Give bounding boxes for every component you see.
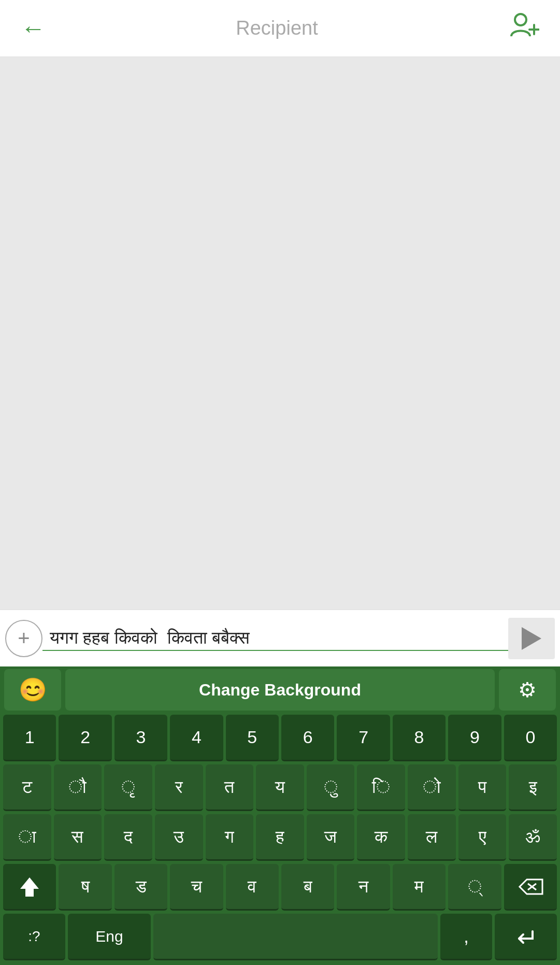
key-om[interactable]: ॐ	[509, 814, 557, 861]
key-sa[interactable]: स	[54, 814, 102, 861]
keyboard-topbar: 😊 Change Background ⚙	[0, 666, 560, 713]
key-4[interactable]: 4	[170, 715, 223, 761]
message-input[interactable]	[42, 626, 508, 651]
key-cha[interactable]: च	[170, 864, 223, 911]
key-ga[interactable]: ग	[206, 814, 254, 861]
key-da2[interactable]: ड	[114, 864, 167, 911]
key-au[interactable]: ौ	[54, 764, 102, 811]
input-row: +	[0, 609, 560, 666]
chat-area	[0, 57, 560, 609]
emoji-button[interactable]: 😊	[4, 669, 61, 711]
back-button[interactable]: ←	[21, 14, 46, 42]
number-row: 1 2 3 4 5 6 7 8 9 0	[0, 713, 560, 763]
key-7[interactable]: 7	[337, 715, 390, 761]
change-background-button[interactable]: Change Background	[65, 669, 495, 711]
sym-button[interactable]: :?	[3, 914, 65, 960]
key-ra[interactable]: र	[155, 764, 203, 811]
eng-button[interactable]: Eng	[68, 914, 151, 960]
key-1[interactable]: 1	[3, 715, 56, 761]
key-na[interactable]: न	[337, 864, 390, 911]
space-button[interactable]	[153, 914, 438, 960]
send-button[interactable]	[508, 618, 555, 659]
key-2[interactable]: 2	[59, 715, 111, 761]
key-e[interactable]: इ	[509, 764, 557, 811]
svg-marker-3	[20, 877, 39, 896]
keyboard: 😊 Change Background ⚙ 1 2 3 4 5 6 7 8 9 …	[0, 666, 560, 965]
enter-icon	[514, 927, 538, 946]
key-o[interactable]: ो	[408, 764, 456, 811]
key-ta2[interactable]: त	[206, 764, 254, 811]
send-icon	[522, 627, 541, 650]
key-ae[interactable]: ए	[458, 814, 507, 861]
key-va[interactable]: व	[226, 864, 279, 911]
header: ← Recipient	[0, 0, 560, 57]
enter-button[interactable]	[495, 914, 557, 960]
key-pa[interactable]: प	[458, 764, 507, 811]
key-ya[interactable]: य	[256, 764, 304, 811]
key-5[interactable]: 5	[226, 715, 279, 761]
backspace-button[interactable]	[504, 864, 557, 911]
key-ja[interactable]: ज	[307, 814, 355, 861]
shift-icon	[18, 875, 41, 898]
settings-icon: ⚙	[518, 678, 537, 702]
key-0[interactable]: 0	[504, 715, 557, 761]
key-sha[interactable]: ष	[59, 864, 111, 911]
key-la[interactable]: ल	[408, 814, 456, 861]
key-ha[interactable]: ह	[256, 814, 304, 861]
comma-button[interactable]: ,	[440, 914, 492, 960]
shift-button[interactable]	[3, 864, 56, 911]
key-ma[interactable]: म	[393, 864, 446, 911]
key-9[interactable]: 9	[448, 715, 501, 761]
keyboard-row-3: ष ड च व ब न म ्	[0, 862, 560, 912]
key-aa[interactable]: ा	[3, 814, 51, 861]
keyboard-row-2: ा स द उ ग ह ज क ल ए ॐ	[0, 813, 560, 862]
attach-button[interactable]: +	[5, 620, 42, 657]
key-8[interactable]: 8	[393, 715, 446, 761]
key-i[interactable]: ि	[357, 764, 405, 811]
key-virama[interactable]: ्	[448, 864, 501, 911]
key-ri[interactable]: ृ	[104, 764, 152, 811]
backspace-icon	[518, 877, 543, 896]
key-da[interactable]: द	[104, 814, 152, 861]
key-ta[interactable]: ट	[3, 764, 51, 811]
key-ka[interactable]: क	[357, 814, 405, 861]
keyboard-row-1: ट ौ ृ र त य ु ि ो प इ	[0, 763, 560, 813]
add-contact-icon	[508, 10, 539, 41]
key-6[interactable]: 6	[281, 715, 334, 761]
add-contact-button[interactable]	[508, 10, 539, 47]
key-ba[interactable]: ब	[281, 864, 334, 911]
svg-point-0	[515, 14, 526, 25]
key-3[interactable]: 3	[114, 715, 167, 761]
settings-button[interactable]: ⚙	[499, 669, 556, 711]
svg-rect-4	[25, 894, 34, 897]
key-u2[interactable]: उ	[155, 814, 203, 861]
key-u[interactable]: ु	[307, 764, 355, 811]
recipient-title: Recipient	[46, 17, 508, 39]
keyboard-bottom-row: :? Eng ,	[0, 912, 560, 962]
